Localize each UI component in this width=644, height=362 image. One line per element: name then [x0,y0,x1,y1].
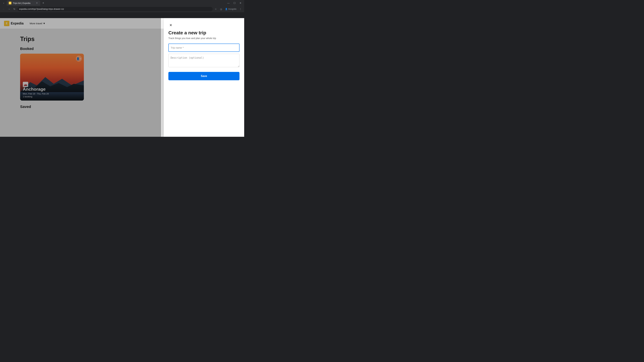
url-bar[interactable]: expedia.com/trips?pwaDialog=trips-drawer… [18,7,213,11]
tab-chevron-left[interactable]: ‹ [1,1,6,5]
trip-name-field [168,43,240,52]
background-overlay [0,18,161,137]
new-tab-button[interactable]: + [41,1,46,5]
trip-name-input[interactable] [168,43,240,52]
description-input[interactable] [168,54,240,67]
tab-favicon: E [9,2,12,4]
menu-button[interactable]: ⋮ [238,7,243,11]
close-button[interactable]: ✕ [238,1,243,5]
maximize-button[interactable]: ☐ [232,1,237,5]
window-controls: — ☐ ✕ [226,1,243,5]
browser-chrome: ‹ E Trips list | Expedia ✕ + — ☐ ✕ ← → ↻… [0,0,244,12]
incognito-label: Incognito [228,8,236,10]
bookmark-button[interactable]: ☆ [213,7,218,11]
create-trip-drawer: ✕ Create a new trip Track things you lov… [164,18,244,137]
address-bar: ← → ↻ expedia.com/trips?pwaDialog=trips-… [0,6,244,12]
drawer-close-button[interactable]: ✕ [168,22,174,28]
drawer-title: Create a new trip [168,30,240,35]
address-bar-right: ☆ ◶ 👤 Incognito ⋮ [213,7,243,11]
split-screen-button[interactable]: ◶ [219,7,224,11]
drawer-subtitle: Track things you love and plan your whol… [168,37,240,39]
back-button[interactable]: ← [1,7,6,11]
reload-button[interactable]: ↻ [12,7,17,11]
close-icon: ✕ [170,23,172,27]
url-text: expedia.com/trips?pwaDialog=trips-drawer… [19,8,64,10]
description-field [168,54,240,68]
tab-title: Trips list | Expedia [13,2,30,4]
save-button[interactable]: Save [168,72,240,80]
tab-bar: ‹ E Trips list | Expedia ✕ + — ☐ ✕ [0,0,244,6]
active-tab[interactable]: E Trips list | Expedia ✕ [7,0,40,6]
forward-button[interactable]: → [7,7,12,11]
incognito-badge: 👤 Incognito [224,8,238,10]
minimize-button[interactable]: — [226,1,231,5]
page-content: E Expedia More travel ▼ ⇣ Get the app 🌐 … [0,18,244,137]
tab-close-button[interactable]: ✕ [36,2,38,4]
